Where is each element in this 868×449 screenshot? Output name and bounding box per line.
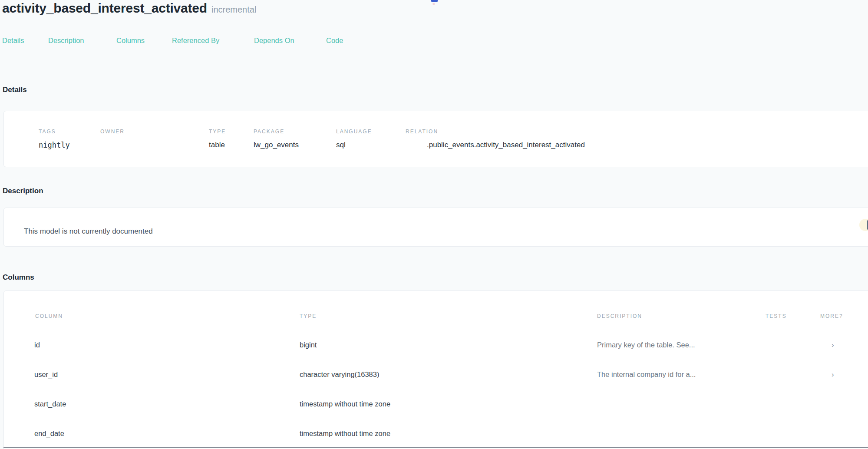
column-name: start_date xyxy=(34,400,66,408)
package-value: lw_go_events xyxy=(254,141,299,149)
description-card: This model is not currently documented xyxy=(3,208,868,247)
col-header-more: MORE? xyxy=(820,313,843,319)
column-row-end-date[interactable]: end_date timestamp without time zone xyxy=(4,426,868,444)
nav-tab-description[interactable]: Description xyxy=(48,36,84,45)
package-label: PACKAGE xyxy=(254,129,284,135)
column-name: id xyxy=(34,341,40,349)
col-header-column: COLUMN xyxy=(35,313,63,319)
type-label: TYPE xyxy=(209,129,226,135)
chevron-right-icon[interactable]: › xyxy=(832,341,834,350)
column-type: character varying(16383) xyxy=(300,370,379,379)
column-type: bigint xyxy=(300,341,317,349)
col-header-type: TYPE xyxy=(300,313,317,319)
relation-value: .public_events.activity_based_interest_a… xyxy=(427,141,585,149)
column-description: Primary key of the table. See... xyxy=(597,341,695,349)
clipped-top-artifact-dot xyxy=(432,3,435,5)
column-name: end_date xyxy=(34,429,64,438)
description-section-heading: Description xyxy=(3,187,43,195)
description-text: This model is not currently documented xyxy=(24,227,153,236)
owner-label: OWNER xyxy=(100,129,125,135)
column-description: The internal company id for a... xyxy=(597,370,696,379)
language-value: sql xyxy=(336,141,346,149)
nav-tab-referenced-by[interactable]: Referenced By xyxy=(172,36,219,45)
details-card: TAGS nightly OWNER TYPE table PACKAGE lw… xyxy=(3,111,868,167)
relation-label: RELATION xyxy=(406,129,438,135)
section-nav: Details Description Columns Referenced B… xyxy=(0,36,868,47)
column-row-start-date[interactable]: start_date timestamp without time zone xyxy=(4,397,868,414)
page-header: activity_based_interest_activatedincreme… xyxy=(2,1,256,16)
language-label: LANGUAGE xyxy=(336,129,372,135)
type-value: table xyxy=(209,141,225,149)
column-row-id[interactable]: id bigint Primary key of the table. See.… xyxy=(4,338,868,355)
tags-label: TAGS xyxy=(39,129,56,135)
nav-tab-details[interactable]: Details xyxy=(2,36,24,45)
page-title: activity_based_interest_activated xyxy=(2,1,207,15)
nav-tab-columns[interactable]: Columns xyxy=(116,36,145,45)
columns-section-heading: Columns xyxy=(3,273,34,282)
details-section-heading: Details xyxy=(3,86,27,94)
clipped-edge-button[interactable] xyxy=(859,219,868,231)
column-type: timestamp without time zone xyxy=(300,400,390,408)
column-type: timestamp without time zone xyxy=(300,429,390,438)
materialization-badge: incremental xyxy=(211,5,256,14)
column-name: user_id xyxy=(34,370,58,379)
screenshot-bottom-edge xyxy=(3,447,868,448)
chevron-right-icon[interactable]: › xyxy=(832,370,834,379)
header-divider xyxy=(0,61,868,61)
column-row-user-id[interactable]: user_id character varying(16383) The int… xyxy=(4,367,868,385)
tag-link-nightly[interactable]: nightly xyxy=(39,141,70,149)
col-header-description: DESCRIPTION xyxy=(597,313,642,319)
col-header-tests: TESTS xyxy=(766,313,787,319)
nav-tab-depends-on[interactable]: Depends On xyxy=(254,36,294,45)
nav-tab-code[interactable]: Code xyxy=(326,36,343,45)
clipped-top-artifact xyxy=(431,0,438,2)
columns-card: COLUMN TYPE DESCRIPTION TESTS MORE? id b… xyxy=(3,291,868,449)
